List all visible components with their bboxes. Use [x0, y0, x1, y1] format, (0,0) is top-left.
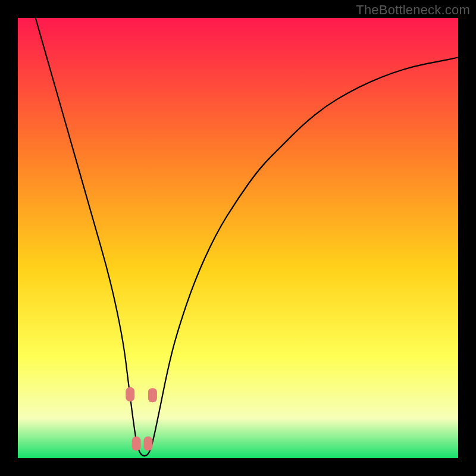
gradient-background — [18, 18, 458, 458]
plot-area — [18, 18, 458, 458]
curve-marker — [148, 388, 157, 402]
curve-marker — [144, 437, 153, 451]
plot-svg — [18, 18, 458, 458]
watermark-text: TheBottleneck.com — [356, 2, 470, 18]
curve-marker — [132, 437, 141, 451]
curve-marker — [126, 387, 134, 402]
chart-frame: TheBottleneck.com — [0, 0, 476, 476]
